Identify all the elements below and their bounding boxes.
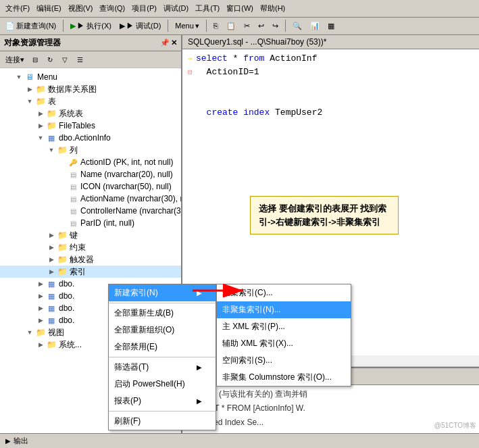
watermark: @51CTO博客 (434, 421, 476, 430)
tables-expander[interactable]: ▼ (24, 96, 35, 107)
help-menu[interactable]: 帮助(H) (257, 2, 288, 15)
tb-icon-3[interactable]: ✂ (241, 20, 253, 32)
ctx-refresh[interactable]: 刷新(F) (109, 413, 216, 430)
tb-icon-4[interactable]: ↩ (255, 20, 267, 32)
editor-tab-title[interactable]: SQLQuery1.sql - ...Q\Shuai7boy (53))* (188, 37, 326, 47)
top-toolbar: 文件(F) 编辑(E) 视图(V) 查询(Q) 项目(P) 调试(D) 工具(T… (0, 0, 479, 35)
actioninfo-label: dbo.ActionInfo (59, 133, 111, 143)
disconnect-btn[interactable]: ⊟ (28, 53, 42, 66)
view-menu[interactable]: 视图(V) (66, 2, 96, 15)
dbo3-label: dbo. (59, 303, 74, 313)
tree-col-name[interactable]: ▶ ▤ Name (nvarchar(20), null) (0, 168, 181, 180)
col-actionname-label: ActionName (nvarchar(30), null) (80, 194, 181, 203)
red-arrow (189, 280, 250, 306)
sep1 (63, 20, 64, 32)
server-icon: 🖥 (24, 72, 35, 82)
folder-icon-sysviews: 📁 (46, 339, 57, 350)
sub-primary-xml[interactable]: 主 XML 索引(P)... (217, 318, 351, 335)
connect-label: 连接▾ (5, 55, 24, 65)
tb-icon-7[interactable]: 📊 (307, 20, 322, 32)
sql-content-5: create index TempUser2 (196, 106, 474, 120)
indexes-label: 索引 (70, 266, 86, 278)
execute-btn[interactable]: ▶ ▶ 执行(X) (68, 20, 114, 32)
tables-label: 表 (48, 96, 56, 107)
menu-dropdown[interactable]: Menu ▾ (172, 20, 202, 32)
close-panel-icon[interactable]: ✕ (171, 39, 177, 47)
col-actionid-expander: ▶ (57, 157, 68, 168)
tb-icon-6[interactable]: 🔍 (290, 20, 305, 32)
window-menu[interactable]: 窗口(W) (224, 2, 256, 15)
filter-btn[interactable]: ▽ (58, 53, 72, 66)
tree-col-actionid[interactable]: ▶ 🔑 ActionID (PK, int, not null) (0, 156, 181, 168)
table-icon-actioninfo: ▦ (46, 132, 57, 143)
minus-indicator: ⊟ (188, 66, 196, 79)
sql-line-3 (188, 79, 474, 93)
debug-btn[interactable]: ▶ ▶ 调试(D) (117, 20, 163, 32)
debug-menu[interactable]: 调试(D) (161, 2, 191, 15)
edit-menu[interactable]: 编辑(E) (34, 2, 64, 15)
sql-content-2: ActionID=1 (196, 66, 474, 79)
table-icon-dbo1: ▦ (46, 278, 57, 289)
sql-content-3 (196, 79, 474, 93)
dropdown-icon: ▾ (195, 22, 199, 30)
tb-icon-2[interactable]: 📋 (224, 20, 238, 32)
sql-line-5: create index TempUser2 (188, 106, 474, 120)
new-query-btn[interactable]: 📄 新建查询(N) (3, 20, 59, 32)
tb-icon-8[interactable]: ▦ (325, 20, 337, 32)
connect-btn[interactable]: 连接▾ (3, 53, 27, 66)
sub-nonclustered-columnstore[interactable]: 非聚集 Columnstore 索引(O)... (217, 369, 351, 386)
query-menu[interactable]: 查询(Q) (97, 2, 128, 15)
debug-icon: ▶ (120, 22, 125, 30)
tree-columns-node[interactable]: ▼ 📁 列 (0, 144, 181, 156)
tb-icon-1[interactable]: ⎘ (211, 20, 221, 31)
sub-secondary-xml[interactable]: 辅助 XML 索引(X)... (217, 335, 351, 352)
project-menu[interactable]: 项目(P) (129, 2, 159, 15)
tree-dbdiagram-node[interactable]: ▶ 📁 数据库关系图 (0, 83, 181, 95)
refresh-btn[interactable]: ↻ (43, 53, 57, 66)
panel-title: 对象资源管理器 (4, 37, 61, 49)
server-label: Menu (37, 72, 57, 82)
file-menu[interactable]: 文件(F) (3, 2, 32, 15)
tree-keys-node[interactable]: ▶ 📁 键 (0, 229, 181, 241)
views-label: 视图 (48, 327, 64, 339)
tree-filetables-node[interactable]: ▶ 📁 FileTables (0, 120, 181, 132)
tree-tables-node[interactable]: ▼ 📁 表 (0, 95, 181, 107)
tree-col-actionname[interactable]: ▶ ▤ ActionName (nvarchar(30), null) (0, 193, 181, 205)
col-name-label: Name (nvarchar(20), null) (80, 170, 173, 179)
folder-icon-dbdiagram: 📁 (35, 84, 46, 95)
tree-server-node[interactable]: ▼ 🖥 Menu (0, 71, 181, 83)
sub-spatial[interactable]: 空间索引(S)... (217, 352, 351, 369)
systables-expander[interactable]: ▶ (35, 108, 46, 119)
filetables-expander[interactable]: ▶ (35, 120, 46, 131)
ctx-reorganize-all[interactable]: 全部重新组织(O) (109, 322, 216, 339)
table-icon-dbo2: ▦ (46, 291, 57, 301)
output-section: ▶ 输出 (5, 436, 28, 446)
tree-triggers-node[interactable]: ▶ 📁 触发器 (0, 253, 181, 266)
ctx-disable-all[interactable]: 全部禁用(E) (109, 339, 216, 355)
server-expander[interactable]: ▼ (14, 72, 24, 82)
dbdiagram-expander[interactable]: ▶ (24, 84, 35, 95)
columns-expander[interactable]: ▼ (46, 145, 57, 155)
tree-col-controllername[interactable]: ▶ ▤ ControllerName (nvarchar(30), null) (0, 205, 181, 217)
tree-systables-node[interactable]: ▶ 📁 系统表 (0, 107, 181, 120)
col-icon-actionname: ▤ (68, 193, 78, 204)
panel-toolbar: 连接▾ ⊟ ↻ ▽ ☰ (0, 51, 181, 68)
col-icon-parid: ▤ (68, 218, 78, 228)
pin-icon[interactable]: 📌 (160, 39, 170, 47)
output-label: 输出 (14, 436, 28, 446)
tree-indexes-node[interactable]: ▶ 📁 索引 (0, 266, 181, 278)
tree-actioninfo-node[interactable]: ▼ ▦ dbo.ActionInfo (0, 132, 181, 144)
actioninfo-expander[interactable]: ▼ (35, 132, 46, 143)
columns-label: 列 (70, 145, 78, 156)
tree-constraints-node[interactable]: ▶ 📁 约束 (0, 241, 181, 253)
tree-col-icon[interactable]: ▶ ▤ ICON (nvarchar(50), null) (0, 180, 181, 193)
ctx-rebuild-all[interactable]: 全部重新生成(B) (109, 305, 216, 322)
folder-icon-constraints: 📁 (57, 242, 68, 253)
tb-icon-5[interactable]: ↪ (270, 20, 281, 32)
ctx-reports[interactable]: 报表(P) ▶ (109, 393, 216, 409)
ctx-filter[interactable]: 筛选器(T) ▶ (109, 359, 216, 376)
ctx-powershell[interactable]: 启动 PowerShell(H) (109, 376, 216, 393)
tree-col-parid[interactable]: ▶ ▤ ParID (int, null) (0, 217, 181, 229)
summary-btn[interactable]: ☰ (73, 53, 86, 66)
tools-menu[interactable]: 工具(T) (193, 2, 222, 15)
